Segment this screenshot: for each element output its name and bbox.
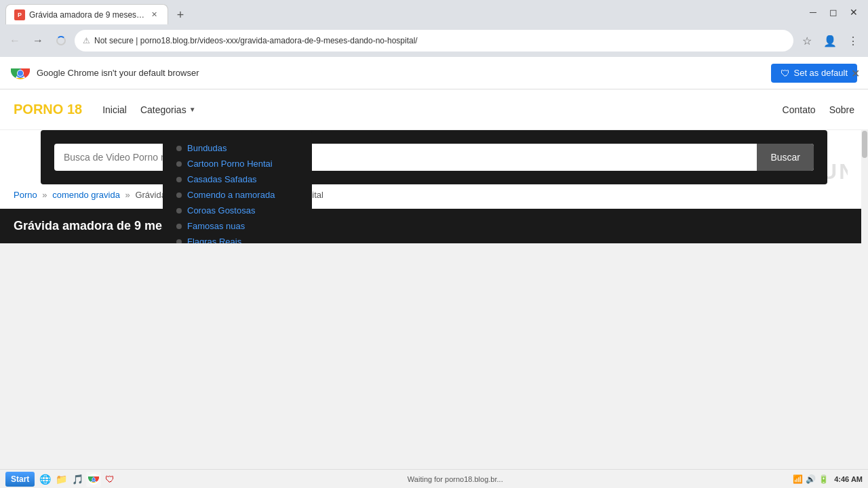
site-logo[interactable]: PORNO 18 [14, 102, 82, 117]
search-button[interactable]: Buscar [757, 144, 814, 171]
tab-close-button[interactable]: ✕ [149, 9, 159, 20]
volume-icon: 🔊 [806, 474, 816, 484]
dropdown-item-coroas[interactable]: Coroas Gostosas [176, 203, 298, 218]
start-button[interactable]: Start [5, 472, 35, 487]
taskbar-ie-icon[interactable]: 🌐 [37, 472, 52, 487]
dropdown-item-comendo[interactable]: Comendo a namorada [176, 187, 298, 203]
bullet-icon [176, 208, 182, 214]
breadcrumb-porno[interactable]: Porno [14, 190, 37, 200]
nav-categorias-dropdown[interactable]: Categorias ▼ [140, 104, 196, 115]
search-input[interactable] [54, 152, 757, 163]
dropdown-link-cartoon[interactable]: Cartoon Porno Hentai [187, 159, 273, 169]
bookmark-button[interactable]: ☆ [797, 31, 816, 50]
site-logo-text: PORNO 18 [14, 102, 82, 117]
set-default-button[interactable]: 🛡 Set as default [771, 64, 858, 83]
lock-icon: ⚠ [83, 36, 90, 45]
close-button[interactable]: ✕ [845, 5, 863, 19]
network-icon: 📶 [793, 474, 803, 484]
address-bar-row: ← → ⚠ Not secure | porno18.blog.br/video… [0, 24, 868, 57]
page-wrapper: PORNO 18 Inicial Categorias ▼ Contato So… [0, 89, 868, 488]
scrollbar-track[interactable] [861, 130, 868, 488]
nav-categorias-label: Categorias [140, 104, 186, 115]
status-loading-text: Waiting for porno18.blog.br... [408, 475, 503, 483]
post-header: Grávida amadora de 9 meses dando no hosp… [0, 209, 868, 243]
bullet-icon [176, 146, 182, 151]
taskbar-left: Start 🌐 📁 🎵 🛡 [5, 472, 117, 487]
taskbar-chrome-icon[interactable] [86, 472, 101, 487]
dropdown-item-famosas[interactable]: Famosas nuas [176, 218, 298, 234]
minimize-button[interactable]: ─ [804, 5, 822, 19]
taskbar-right: 📶 🔊 🔋 4:46 AM [793, 474, 863, 484]
taskbar-media-icon[interactable]: 🎵 [70, 472, 85, 487]
dropdown-link-flagras[interactable]: Flagras Reais [187, 237, 241, 243]
taskbar-icons: 🌐 📁 🎵 🛡 [37, 472, 117, 487]
system-tray-icons: 📶 🔊 🔋 [793, 474, 829, 484]
taskbar-antivirus-icon[interactable]: 🛡 [102, 472, 117, 487]
forward-button[interactable]: → [28, 31, 47, 50]
tab-title: Grávida amadora de 9 meses dando... [29, 10, 146, 20]
back-button[interactable]: ← [5, 31, 24, 50]
dropdown-arrow-icon: ▼ [189, 106, 196, 113]
dropdown-link-comendo[interactable]: Comendo a namorada [187, 190, 275, 200]
menu-button[interactable]: ⋮ [844, 31, 863, 50]
set-default-label: Set as default [794, 68, 848, 78]
active-tab[interactable]: P Grávida amadora de 9 meses dando... ✕ [5, 4, 168, 24]
bullet-icon [176, 161, 182, 167]
dropdown-item-flagras[interactable]: Flagras Reais [176, 234, 298, 243]
svg-point-11 [92, 478, 95, 481]
reload-button[interactable] [52, 31, 71, 50]
breadcrumb: Porno » comendo gravida » Grávida amador… [0, 184, 868, 205]
dropdown-item-casadas[interactable]: Casadas Safadas [176, 171, 298, 187]
breadcrumb-sep-2: » [125, 190, 130, 200]
new-tab-button[interactable]: + [171, 5, 190, 24]
profile-button[interactable]: 👤 [821, 31, 840, 50]
address-text: Not secure | porno18.blog.br/videos-xxx/… [94, 36, 785, 45]
nav-sobre[interactable]: Sobre [829, 104, 854, 115]
site-nav: Inicial Categorias ▼ Contato Sobre [102, 104, 854, 115]
post-title: Grávida amadora de 9 meses dando no hosp… [14, 219, 854, 233]
bullet-icon [176, 239, 182, 244]
dropdown-link-coroas[interactable]: Coroas Gostosas [187, 205, 255, 216]
search-bar-container: Buscar [41, 130, 827, 184]
shield-icon: 🛡 [781, 68, 790, 79]
nav-contato[interactable]: Contato [783, 104, 816, 115]
breadcrumb-comendo-gravida[interactable]: comendo gravida [52, 190, 120, 200]
notification-text: Google Chrome isn't your default browser [37, 68, 771, 78]
bullet-icon [176, 192, 182, 198]
dropdown-item-cartoon[interactable]: Cartoon Porno Hentai [176, 156, 298, 171]
dropdown-link-casadas[interactable]: Casadas Safadas [187, 174, 257, 184]
scrollbar-thumb[interactable] [862, 131, 867, 158]
site-header: PORNO 18 Inicial Categorias ▼ Contato So… [0, 89, 868, 130]
breadcrumb-sep-1: » [42, 190, 47, 200]
taskbar: Start 🌐 📁 🎵 🛡 Waiting for porno18.blog.b… [0, 469, 868, 488]
nav-inicial[interactable]: Inicial [102, 104, 127, 115]
bullet-icon [176, 224, 182, 229]
notification-bar: Google Chrome isn't your default browser… [0, 57, 868, 89]
bullet-icon [176, 177, 182, 182]
tab-favicon: P [14, 9, 25, 20]
chrome-logo [11, 64, 30, 83]
maximize-button[interactable]: ◻ [825, 5, 842, 19]
dropdown-item-bundudas[interactable]: Bundudas [176, 140, 298, 156]
dropdown-link-bundudas[interactable]: Bundudas [187, 143, 227, 153]
svg-point-3 [18, 70, 23, 76]
page-content: PORNO 18 Inicial Categorias ▼ Contato So… [0, 89, 868, 243]
address-input[interactable]: ⚠ Not secure | porno18.blog.br/videos-xx… [75, 30, 793, 52]
loading-spinner [56, 36, 66, 45]
battery-icon: 🔋 [818, 474, 829, 484]
time-display: 4:46 AM [834, 475, 863, 483]
taskbar-folder-icon[interactable]: 📁 [54, 472, 68, 487]
dropdown-link-famosas[interactable]: Famosas nuas [187, 221, 245, 231]
categories-dropdown-menu: Bundudas Cartoon Porno Hentai Casadas Sa… [163, 130, 312, 243]
window-controls: ─ ◻ ✕ [804, 5, 863, 19]
notification-close-button[interactable]: ✕ [851, 66, 860, 79]
